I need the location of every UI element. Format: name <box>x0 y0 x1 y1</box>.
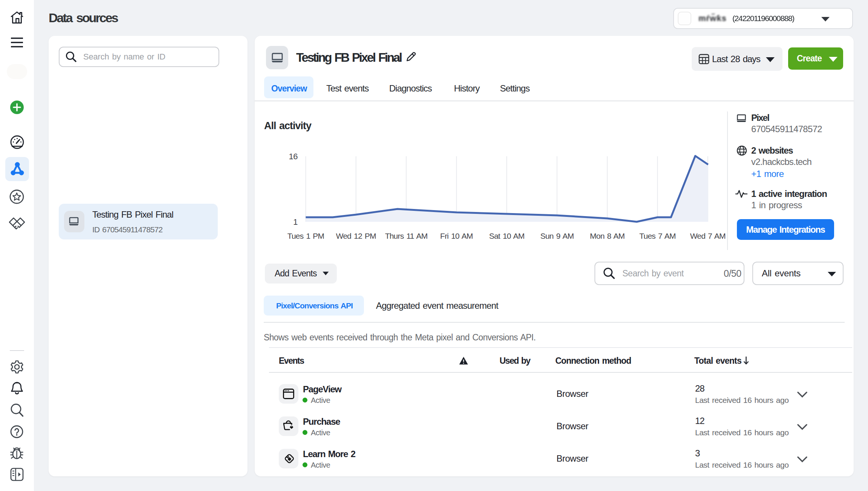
svg-text:Tues 7 AM: Tues 7 AM <box>639 232 675 240</box>
svg-text:Thurs 11 AM: Thurs 11 AM <box>385 232 428 240</box>
svg-text:Fri 10 AM: Fri 10 AM <box>440 232 473 240</box>
svg-text:Mon 8 AM: Mon 8 AM <box>590 232 625 240</box>
svg-text:Wed 12 PM: Wed 12 PM <box>336 232 376 240</box>
svg-text:Wed 7 AM: Wed 7 AM <box>690 232 726 240</box>
svg-text:1: 1 <box>293 217 298 227</box>
svg-text:Tues 1 PM: Tues 1 PM <box>287 232 324 240</box>
svg-text:Sun 9 AM: Sun 9 AM <box>540 232 574 240</box>
svg-text:Sat 10 AM: Sat 10 AM <box>489 232 524 240</box>
svg-text:16: 16 <box>289 152 298 161</box>
